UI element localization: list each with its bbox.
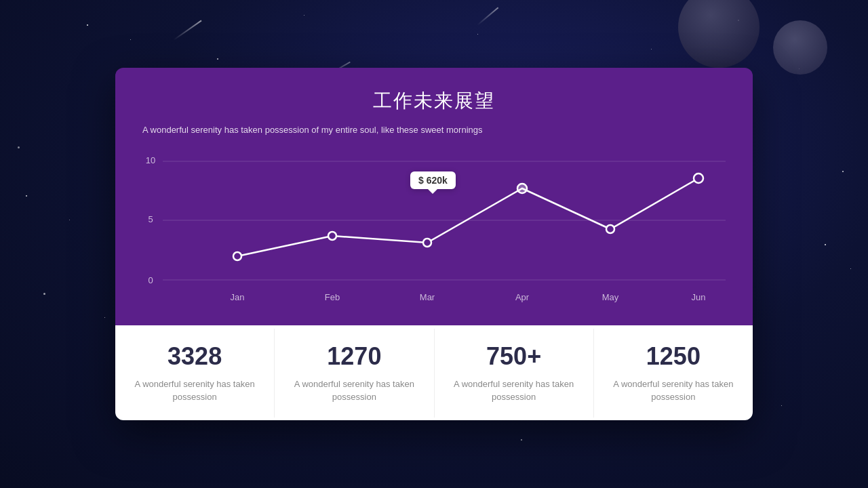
svg-text:Mar: Mar [420,292,435,302]
stat-item-3: 750+ A wonderful serenity has taken poss… [435,329,594,418]
stat-number-3: 750+ [448,342,580,371]
svg-point-7 [328,232,336,240]
stat-desc-1: A wonderful serenity has taken possessio… [129,378,260,404]
svg-text:Jan: Jan [231,292,245,302]
svg-point-6 [233,252,241,260]
stat-desc-4: A wonderful serenity has taken possessio… [608,378,739,404]
svg-text:Feb: Feb [325,292,340,302]
svg-text:10: 10 [146,155,155,165]
svg-point-9 [517,184,527,193]
stat-item-1: 3328 A wonderful serenity has taken poss… [115,329,275,418]
svg-point-10 [606,225,614,233]
stat-number-1: 3328 [129,342,260,371]
card-subtitle: A wonderful serenity has taken possessio… [142,123,726,138]
planet-small [773,20,827,75]
chart-area: $ 620k 10 5 0 [142,151,726,307]
svg-text:Jun: Jun [692,292,706,302]
stat-number-4: 1250 [608,342,739,371]
svg-point-8 [423,239,431,247]
svg-text:Apr: Apr [515,292,530,302]
stat-item-4: 1250 A wonderful serenity has taken poss… [594,329,753,418]
stat-item-2: 1270 A wonderful serenity has taken poss… [275,329,434,418]
svg-point-11 [694,174,703,183]
line-chart: 10 5 0 Jan Feb Mar [142,151,726,307]
stats-section: 3328 A wonderful serenity has taken poss… [115,325,753,420]
stat-desc-3: A wonderful serenity has taken possessio… [448,378,580,404]
stat-desc-2: A wonderful serenity has taken possessio… [288,378,420,404]
card-title: 工作未来展望 [142,88,726,114]
svg-text:May: May [602,292,619,302]
card-header: 工作未来展望 A wonderful serenity has taken po… [115,68,753,325]
stat-number-2: 1270 [288,342,420,371]
main-card: 工作未来展望 A wonderful serenity has taken po… [115,68,753,420]
svg-text:0: 0 [148,275,153,285]
svg-text:5: 5 [148,214,153,224]
